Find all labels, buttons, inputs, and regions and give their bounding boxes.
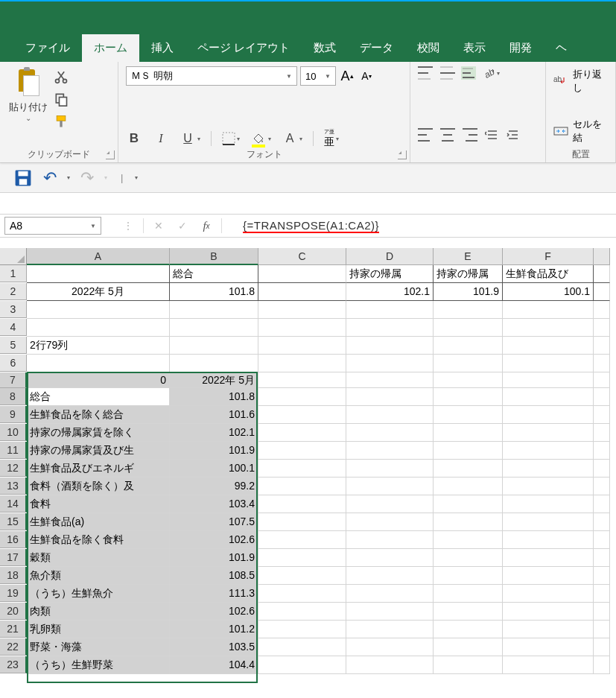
cell-A2[interactable]: 2022年 5月	[27, 283, 170, 301]
cell-E7[interactable]	[434, 372, 503, 388]
cell-E18[interactable]	[434, 567, 503, 585]
cell-D22[interactable]	[346, 638, 434, 656]
merge-button[interactable]: セルを結	[553, 116, 608, 145]
cell-A14[interactable]: 食料	[27, 495, 170, 513]
row-head-22[interactable]: 22	[0, 638, 27, 656]
undo-button[interactable]: ↶	[40, 168, 60, 188]
cell-B17[interactable]: 101.9	[170, 549, 258, 567]
cell-1[interactable]	[594, 265, 610, 283]
cell-B20[interactable]: 102.6	[170, 603, 258, 621]
cell-F12[interactable]	[503, 460, 594, 478]
cell-A13[interactable]: 食料（酒類を除く）及	[27, 478, 170, 495]
cell-F18[interactable]	[503, 567, 594, 585]
cell-C23[interactable]	[258, 656, 346, 674]
cell-C13[interactable]	[258, 478, 346, 495]
tab-file[interactable]: ファイル	[13, 34, 82, 62]
cell-A12[interactable]: 生鮮食品及びエネルギ	[27, 460, 170, 478]
cell-F17[interactable]	[503, 549, 594, 567]
cell-F2[interactable]: 100.1	[503, 283, 594, 301]
increase-font-icon[interactable]: A▴	[339, 68, 355, 84]
cell-B11[interactable]: 101.9	[170, 442, 258, 460]
cell-F10[interactable]	[503, 424, 594, 442]
cell-A6[interactable]	[27, 355, 170, 372]
row-head-16[interactable]: 16	[0, 531, 27, 548]
cell-D14[interactable]	[346, 495, 434, 513]
cell-17[interactable]	[594, 549, 610, 567]
italic-button[interactable]: I	[153, 130, 169, 147]
cell-D15[interactable]	[346, 513, 434, 531]
cell-E3[interactable]	[434, 301, 503, 319]
cell-E13[interactable]	[434, 478, 503, 495]
cell-6[interactable]	[594, 355, 610, 372]
cell-C11[interactable]	[258, 442, 346, 460]
cell-B13[interactable]: 99.2	[170, 478, 258, 495]
row-head-3[interactable]: 3	[0, 301, 27, 318]
cell-E14[interactable]	[434, 495, 503, 513]
cell-A11[interactable]: 持家の帰属家賃及び生	[27, 442, 170, 460]
row-head-7[interactable]: 7	[0, 372, 27, 388]
cell-F3[interactable]	[503, 301, 594, 319]
cell-F11[interactable]	[503, 442, 594, 460]
tab-review[interactable]: 校閲	[405, 34, 451, 62]
row-head-23[interactable]: 23	[0, 656, 27, 673]
cell-A15[interactable]: 生鮮食品(a)	[27, 513, 170, 531]
cell-18[interactable]	[594, 567, 610, 585]
undo-dropdown[interactable]: ▾	[67, 174, 70, 181]
cell-A23[interactable]: （うち）生鮮野菜	[27, 656, 170, 674]
bold-button[interactable]: B	[126, 130, 142, 147]
cell-D21[interactable]	[346, 621, 434, 638]
col-head-A[interactable]: A	[27, 248, 170, 265]
align-center-icon[interactable]	[440, 128, 455, 142]
cell-A20[interactable]: 肉類	[27, 603, 170, 621]
paste-button[interactable]: 貼り付け ⌄	[7, 66, 49, 129]
row-head-19[interactable]: 19	[0, 585, 27, 602]
align-right-icon[interactable]	[463, 128, 477, 142]
cell-14[interactable]	[594, 495, 610, 513]
wrap-text-button[interactable]: ab 折り返し	[553, 66, 608, 95]
row-head-20[interactable]: 20	[0, 603, 27, 620]
cell-B23[interactable]: 104.4	[170, 656, 258, 674]
fill-color-button[interactable]: ▾	[250, 130, 271, 147]
cancel-icon[interactable]: ✕	[147, 217, 171, 235]
cell-C14[interactable]	[258, 495, 346, 513]
cell-D3[interactable]	[346, 301, 434, 319]
row-head-17[interactable]: 17	[0, 549, 27, 566]
decrease-indent-icon[interactable]	[485, 128, 498, 142]
tab-help[interactable]: ヘ	[544, 34, 579, 62]
borders-button[interactable]: ▾	[222, 132, 240, 145]
cell-B2[interactable]: 101.8	[170, 283, 258, 301]
row-head-8[interactable]: 8	[0, 388, 27, 405]
cell-F16[interactable]	[503, 531, 594, 549]
cell-B6[interactable]	[170, 355, 258, 372]
cell-A3[interactable]	[27, 301, 170, 319]
row-head-5[interactable]: 5	[0, 337, 27, 354]
cell-A5[interactable]: 2行79列	[27, 337, 170, 355]
cell-C7[interactable]	[258, 372, 346, 388]
cell-D8[interactable]	[346, 388, 434, 406]
cell-F4[interactable]	[503, 319, 594, 337]
cell-10[interactable]	[594, 424, 610, 442]
row-head-15[interactable]: 15	[0, 513, 27, 530]
cell-B4[interactable]	[170, 319, 258, 337]
row-head-18[interactable]: 18	[0, 567, 27, 584]
cell-E19[interactable]	[434, 585, 503, 603]
cell-D6[interactable]	[346, 355, 434, 372]
cell-F8[interactable]	[503, 388, 594, 406]
cell-A1[interactable]	[27, 265, 170, 283]
cell-B15[interactable]: 107.5	[170, 513, 258, 531]
cell-A9[interactable]: 生鮮食品を除く総合	[27, 406, 170, 424]
cell-E10[interactable]	[434, 424, 503, 442]
cell-C3[interactable]	[258, 301, 346, 319]
more-icon[interactable]: ⋮	[116, 217, 140, 235]
cell-D17[interactable]	[346, 549, 434, 567]
row-head-9[interactable]: 9	[0, 406, 27, 423]
cell-D11[interactable]	[346, 442, 434, 460]
cell-B7[interactable]: 2022年 5月	[170, 372, 258, 388]
increase-indent-icon[interactable]	[506, 128, 519, 142]
align-middle-icon[interactable]	[440, 66, 455, 80]
cell-D1[interactable]: 持家の帰属	[346, 265, 434, 283]
cell-B19[interactable]: 111.3	[170, 585, 258, 603]
row-head-14[interactable]: 14	[0, 495, 27, 513]
cell-A22[interactable]: 野菜・海藻	[27, 638, 170, 656]
col-head-C[interactable]: C	[258, 248, 346, 265]
